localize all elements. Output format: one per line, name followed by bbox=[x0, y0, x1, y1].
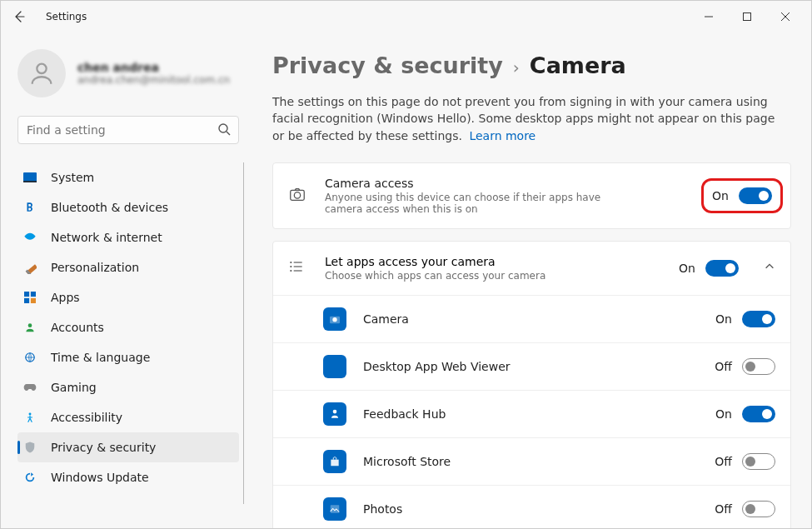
sidebar-item-time-language[interactable]: Time & language bbox=[17, 342, 239, 372]
sidebar-item-accounts[interactable]: Accounts bbox=[17, 312, 239, 342]
svg-rect-1 bbox=[744, 13, 751, 21]
sidebar-item-personalization[interactable]: Personalization bbox=[17, 252, 239, 282]
breadcrumb: Privacy & security › Camera bbox=[272, 52, 791, 78]
svg-rect-27 bbox=[331, 460, 338, 467]
svg-point-18 bbox=[290, 262, 291, 263]
list-icon bbox=[288, 258, 308, 278]
svg-point-13 bbox=[28, 323, 32, 327]
person-icon bbox=[27, 59, 56, 87]
minimize-icon bbox=[705, 12, 713, 21]
app-name: Camera bbox=[363, 312, 699, 326]
user-block[interactable]: chen andrea andrea.chen@minitool.com.cn bbox=[17, 49, 239, 97]
chevron-up-icon[interactable] bbox=[764, 260, 775, 276]
app-name: Photos bbox=[363, 502, 698, 516]
sidebar-item-label: Bluetooth & devices bbox=[51, 201, 168, 214]
sidebar-item-label: Accessibility bbox=[51, 411, 122, 424]
camera-access-state: On bbox=[712, 189, 729, 202]
chevron-right-icon: › bbox=[513, 57, 520, 77]
svg-point-17 bbox=[294, 192, 300, 198]
apps-access-title: Let apps access your camera bbox=[325, 255, 662, 268]
svg-rect-28 bbox=[331, 505, 340, 512]
app-toggle[interactable] bbox=[742, 453, 775, 470]
app-toggle[interactable] bbox=[742, 358, 775, 375]
sidebar-item-bluetooth-devices[interactable]: Bluetooth & devices bbox=[17, 192, 239, 222]
apps-access-subtitle: Choose which apps can access your camera bbox=[325, 270, 662, 282]
svg-rect-12 bbox=[31, 298, 36, 303]
nav-icon bbox=[22, 232, 37, 243]
svg-point-22 bbox=[290, 270, 291, 272]
camera-access-subtitle: Anyone using this device can choose if t… bbox=[325, 192, 625, 215]
sidebar-item-label: Gaming bbox=[51, 381, 97, 394]
app-toggle[interactable] bbox=[742, 406, 775, 422]
nav-icon bbox=[22, 172, 37, 182]
breadcrumb-parent[interactable]: Privacy & security bbox=[272, 52, 503, 78]
page-description: The settings on this page do not prevent… bbox=[272, 93, 780, 144]
app-toggle-state: Off bbox=[715, 360, 732, 373]
apps-access-header[interactable]: Let apps access your camera Choose which… bbox=[273, 242, 790, 296]
sidebar-item-apps[interactable]: Apps bbox=[17, 282, 239, 312]
sidebar: chen andrea andrea.chen@minitool.com.cn … bbox=[1, 32, 251, 529]
svg-point-26 bbox=[333, 410, 337, 414]
app-row-microsoft-store: Microsoft StoreOff bbox=[273, 438, 790, 486]
app-icon bbox=[323, 355, 346, 378]
app-toggle-state: On bbox=[715, 312, 732, 326]
app-icon bbox=[323, 497, 346, 521]
sidebar-item-gaming[interactable]: Gaming bbox=[17, 372, 239, 402]
svg-point-2 bbox=[37, 64, 46, 73]
search-input[interactable] bbox=[17, 116, 239, 144]
main-content: Privacy & security › Camera The settings… bbox=[251, 32, 811, 529]
sidebar-item-label: Windows Update bbox=[51, 471, 149, 484]
nav-icon bbox=[22, 472, 37, 483]
nav-icon bbox=[22, 352, 37, 363]
camera-access-toggle[interactable] bbox=[739, 187, 772, 204]
sidebar-item-label: Apps bbox=[51, 291, 80, 304]
apps-access-panel: Let apps access your camera Choose which… bbox=[272, 241, 791, 529]
arrow-left-icon bbox=[12, 10, 26, 23]
app-toggle-state: On bbox=[715, 407, 732, 421]
back-button[interactable] bbox=[7, 5, 31, 28]
search-icon bbox=[217, 122, 231, 139]
app-name: Desktop App Web Viewer bbox=[363, 360, 698, 373]
close-button[interactable] bbox=[766, 3, 805, 30]
app-name: Microsoft Store bbox=[363, 455, 698, 468]
avatar bbox=[17, 49, 66, 97]
camera-icon bbox=[288, 185, 308, 207]
sidebar-item-windows-update[interactable]: Windows Update bbox=[17, 462, 239, 492]
sidebar-item-privacy-security[interactable]: Privacy & security bbox=[17, 432, 239, 462]
nav-icon bbox=[22, 202, 37, 213]
nav-icon bbox=[22, 412, 37, 423]
app-toggle[interactable] bbox=[742, 311, 775, 327]
apps-access-toggle[interactable] bbox=[705, 260, 739, 277]
sidebar-item-network-internet[interactable]: Network & internet bbox=[17, 222, 239, 252]
svg-rect-5 bbox=[23, 172, 37, 182]
app-icon bbox=[323, 307, 346, 331]
breadcrumb-current: Camera bbox=[530, 52, 626, 78]
camera-access-card: Camera access Anyone using this device c… bbox=[272, 162, 791, 229]
sidebar-item-label: Time & language bbox=[51, 351, 150, 364]
sidebar-item-accessibility[interactable]: Accessibility bbox=[17, 402, 239, 432]
learn-more-link[interactable]: Learn more bbox=[469, 129, 536, 142]
svg-point-20 bbox=[290, 266, 291, 267]
camera-access-title: Camera access bbox=[325, 177, 692, 190]
svg-point-3 bbox=[219, 124, 227, 132]
camera-access-toggle-wrap: On bbox=[709, 186, 775, 206]
svg-point-25 bbox=[332, 317, 336, 322]
nav-icon bbox=[22, 292, 37, 303]
sidebar-item-label: Personalization bbox=[51, 261, 139, 274]
nav-icon bbox=[22, 441, 37, 454]
app-toggle[interactable] bbox=[742, 501, 775, 517]
maximize-button[interactable] bbox=[728, 3, 766, 30]
svg-rect-11 bbox=[24, 298, 29, 303]
user-name: chen andrea bbox=[77, 61, 230, 74]
close-icon bbox=[781, 12, 790, 21]
sidebar-item-system[interactable]: System bbox=[17, 162, 239, 192]
apps-access-state: On bbox=[679, 262, 695, 275]
minimize-button[interactable] bbox=[690, 3, 728, 30]
app-toggle-state: Off bbox=[715, 502, 732, 516]
sidebar-item-label: Network & internet bbox=[51, 231, 162, 244]
app-toggle-state: Off bbox=[715, 455, 732, 468]
app-icon bbox=[323, 402, 346, 426]
titlebar: Settings bbox=[1, 1, 811, 32]
search-box bbox=[17, 116, 239, 144]
maximize-icon bbox=[743, 12, 751, 21]
